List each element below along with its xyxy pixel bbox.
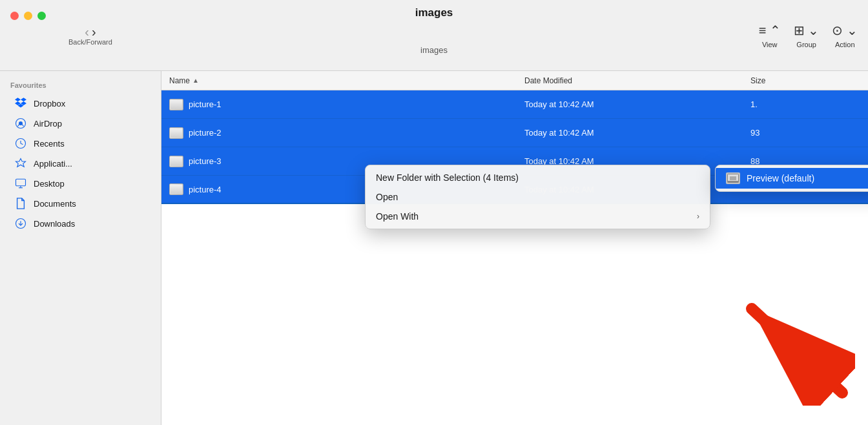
close-button[interactable] (10, 12, 19, 20)
title-bar: ‹ › Back/Forward images images ≡ ⌃ View … (0, 0, 868, 71)
file-name-1: picture-1 (169, 99, 524, 110)
submenu-item-preview[interactable]: Preview (default) (716, 168, 868, 189)
window-controls (10, 12, 46, 20)
sidebar-item-recents[interactable]: Recents (4, 134, 157, 153)
submenu: Preview (default) (715, 165, 868, 192)
recents-icon (14, 137, 27, 150)
file-icon-3 (169, 156, 183, 167)
group-icon: ⊞ ⌄ (794, 23, 820, 38)
minimize-button[interactable] (24, 12, 32, 20)
sidebar: Favourites Dropbox AirDrop Recents Appli… (0, 71, 161, 425)
back-forward-buttons[interactable]: ‹ › (85, 25, 96, 38)
desktop-icon (14, 177, 27, 190)
context-menu: New Folder with Selection (4 Items) Open… (365, 165, 710, 229)
group-label: Group (796, 41, 816, 48)
title-center: images images (415, 6, 453, 55)
back-forward-label: Back/Forward (68, 38, 112, 46)
svg-rect-10 (730, 176, 736, 180)
context-menu-open[interactable]: Open (366, 187, 710, 207)
dropbox-icon (14, 97, 27, 110)
sidebar-item-label-desktop: Desktop (34, 179, 65, 189)
group-button[interactable]: ⊞ ⌄ Group (794, 23, 820, 48)
context-menu-open-with[interactable]: Open With › (366, 207, 710, 226)
context-menu-new-folder[interactable]: New Folder with Selection (4 Items) (366, 168, 710, 187)
window-title: images (415, 6, 453, 19)
window-subtitle: images (420, 45, 448, 55)
sidebar-item-label-applications: Applicati... (34, 159, 72, 169)
file-size-2: 93 (750, 128, 860, 138)
maximize-button[interactable] (37, 12, 46, 20)
action-label: Action (835, 41, 855, 48)
documents-icon (14, 197, 27, 210)
sidebar-item-applications[interactable]: Applicati... (4, 154, 157, 173)
sidebar-item-label-downloads: Downloads (34, 219, 75, 229)
sidebar-item-dropbox[interactable]: Dropbox (4, 94, 157, 113)
forward-arrow-icon[interactable]: › (92, 25, 96, 38)
sort-arrow-icon: ▲ (192, 77, 199, 84)
column-headers: Name ▲ Date Modified Size (161, 71, 868, 90)
sidebar-item-label-recents: Recents (34, 139, 65, 149)
file-name-2: picture-2 (169, 127, 524, 139)
action-icon: ⊙ ⌄ (832, 23, 858, 38)
back-arrow-icon[interactable]: ‹ (85, 25, 89, 38)
chevron-right-icon: › (697, 212, 699, 221)
sidebar-item-label-airdrop: AirDrop (34, 119, 62, 129)
sidebar-item-documents[interactable]: Documents (4, 194, 157, 213)
column-header-date[interactable]: Date Modified (524, 76, 750, 85)
action-button[interactable]: ⊙ ⌄ Action (832, 23, 858, 48)
preview-app-icon (726, 172, 740, 184)
toolbar-right: ≡ ⌃ View ⊞ ⌄ Group ⊙ ⌄ Action (759, 23, 858, 48)
svg-line-12 (752, 309, 842, 393)
downloads-icon (14, 217, 27, 230)
sidebar-item-label-dropbox: Dropbox (34, 99, 65, 109)
svg-rect-3 (16, 179, 26, 186)
main-area: Favourites Dropbox AirDrop Recents Appli… (0, 71, 868, 425)
view-label: View (762, 41, 778, 48)
column-header-name[interactable]: Name ▲ (169, 76, 524, 85)
sidebar-item-desktop[interactable]: Desktop (4, 174, 157, 193)
airdrop-icon (14, 117, 27, 130)
column-header-size[interactable]: Size (750, 76, 860, 85)
file-size-1: 1. (750, 99, 860, 109)
sidebar-item-label-documents: Documents (34, 199, 76, 209)
file-icon-2 (169, 127, 183, 139)
file-area: Name ▲ Date Modified Size picture-1 Toda… (161, 71, 868, 425)
applications-icon (14, 157, 27, 170)
sidebar-item-airdrop[interactable]: AirDrop (4, 114, 157, 133)
table-row[interactable]: picture-1 Today at 10:42 AM 1. (161, 90, 868, 119)
file-icon-4 (169, 183, 183, 195)
file-icon-1 (169, 99, 183, 110)
view-button[interactable]: ≡ ⌃ View (759, 23, 781, 48)
file-date-2: Today at 10:42 AM (524, 128, 750, 138)
file-date-1: Today at 10:42 AM (524, 99, 750, 109)
view-icon: ≡ ⌃ (759, 23, 781, 38)
table-row[interactable]: picture-2 Today at 10:42 AM 93 (161, 119, 868, 147)
sidebar-section-title: Favourites (0, 79, 161, 93)
sidebar-item-downloads[interactable]: Downloads (4, 214, 157, 233)
